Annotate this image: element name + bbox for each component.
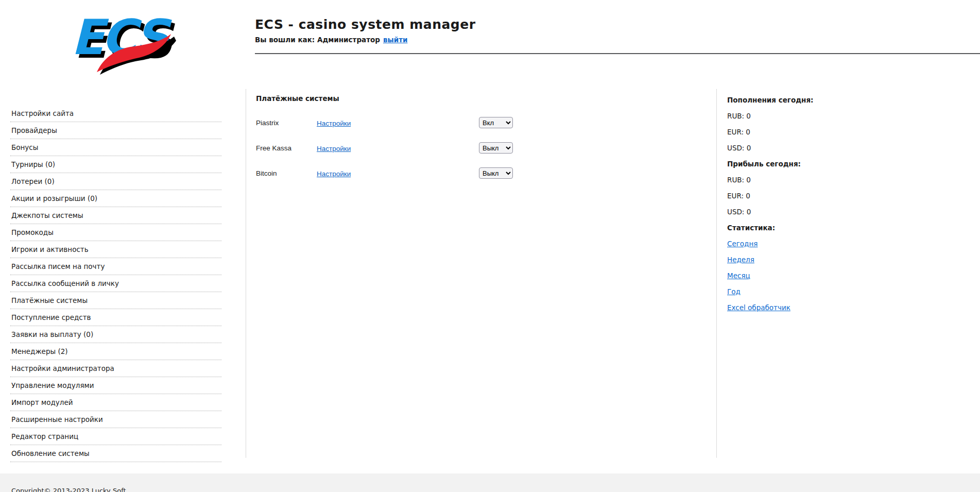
- payment-name: Bitcoin: [256, 169, 317, 177]
- bitcoin-state-select[interactable]: Выкл: [479, 167, 513, 179]
- stats-today-link[interactable]: Сегодня: [727, 240, 758, 248]
- sidebar-item-managers[interactable]: Менеджеры (2): [10, 343, 221, 360]
- sidebar-item-players-activity[interactable]: Игроки и активность: [10, 241, 221, 258]
- stats-week-link[interactable]: Неделя: [727, 256, 754, 264]
- deposits-usd: USD: 0: [727, 143, 964, 152]
- sidebar-item-module-import[interactable]: Импорт модулей: [10, 394, 221, 411]
- sidebar-menu: Настройки сайта Провайдеры Бонусы Турнир…: [10, 105, 221, 462]
- sidebar-item-incoming-funds[interactable]: Поступление средств: [10, 309, 221, 326]
- sidebar-item-advanced-settings[interactable]: Расширенные настройки: [10, 411, 221, 428]
- freekassa-state-select[interactable]: Выкл: [479, 142, 513, 154]
- copyright-text: Copyright© 2013-2023 Lucky Soft: [11, 487, 980, 492]
- payment-name: Free Kassa: [256, 144, 317, 152]
- sidebar-item-email-mailing[interactable]: Рассылка писем на почту: [10, 258, 221, 275]
- sidebar-item-pm-mailing[interactable]: Рассылка сообщений в личку: [10, 275, 221, 292]
- profit-usd: USD: 0: [727, 207, 964, 216]
- deposits-eur: EUR: 0: [727, 127, 964, 137]
- panel-heading: Платёжные системы: [256, 94, 709, 103]
- sidebar-item-page-editor[interactable]: Редактор страниц: [10, 428, 221, 445]
- stats-year-link[interactable]: Год: [727, 287, 741, 296]
- sidebar-item-promocodes[interactable]: Промокоды: [10, 224, 221, 241]
- sidebar-item-lotteries[interactable]: Лотереи (0): [10, 173, 221, 190]
- page-title: ECS - casino system manager: [255, 17, 475, 32]
- footer: Copyright© 2013-2023 Lucky Soft: [0, 473, 980, 492]
- sidebar-item-tournaments[interactable]: Турниры (0): [10, 156, 221, 173]
- sidebar-item-admin-settings[interactable]: Настройки администратора: [10, 360, 221, 377]
- divider-left: [246, 89, 246, 457]
- profit-rub: RUB: 0: [727, 175, 964, 184]
- sidebar-item-bonuses[interactable]: Бонусы: [10, 139, 221, 156]
- header-divider: [255, 53, 980, 54]
- sidebar-item-payment-systems[interactable]: Платёжные системы: [10, 292, 221, 309]
- piastrix-settings-link[interactable]: Настройки: [317, 120, 351, 127]
- payment-row-freekassa: Free Kassa Настройки Выкл: [256, 142, 709, 154]
- sidebar-item-providers[interactable]: Провайдеры: [10, 122, 221, 139]
- sidebar-item-jackpots[interactable]: Джекпоты системы: [10, 207, 221, 224]
- deposits-rub: RUB: 0: [727, 111, 964, 121]
- sidebar-item-module-management[interactable]: Управление модулями: [10, 377, 221, 394]
- piastrix-state-select[interactable]: Вкл: [479, 117, 513, 128]
- profit-heading: Прибыль сегодня:: [727, 159, 964, 168]
- payment-name: Piastrix: [256, 119, 317, 127]
- stats-excel-link[interactable]: Excel обработчик: [727, 303, 790, 312]
- freekassa-settings-link[interactable]: Настройки: [317, 145, 351, 152]
- payment-row-bitcoin: Bitcoin Настройки Выкл: [256, 167, 709, 179]
- ecs-logo: ECS ECS: [67, 8, 176, 77]
- bitcoin-settings-link[interactable]: Настройки: [317, 170, 351, 178]
- login-status-text: Вы вошли как: Администратор: [255, 36, 380, 44]
- logout-link[interactable]: выйти: [383, 36, 408, 44]
- stats-month-link[interactable]: Месяц: [727, 272, 750, 280]
- payment-row-piastrix: Piastrix Настройки Вкл: [256, 117, 709, 128]
- sidebar-item-site-settings[interactable]: Настройки сайта: [10, 105, 221, 122]
- sidebar-item-promotions[interactable]: Акции и розыгрыши (0): [10, 190, 221, 207]
- statistics-heading: Статистика:: [727, 223, 964, 232]
- divider-right: [716, 89, 717, 457]
- sidebar-item-system-update[interactable]: Обновление системы: [10, 445, 221, 462]
- profit-eur: EUR: 0: [727, 191, 964, 200]
- sidebar-item-payout-requests[interactable]: Заявки на выплату (0): [10, 326, 221, 343]
- payment-systems-panel: Платёжные системы Piastrix Настройки Вкл…: [256, 94, 709, 193]
- stats-sidebar: Пополнения сегодня: RUB: 0 EUR: 0 USD: 0…: [727, 95, 964, 319]
- deposits-heading: Пополнения сегодня:: [727, 95, 964, 105]
